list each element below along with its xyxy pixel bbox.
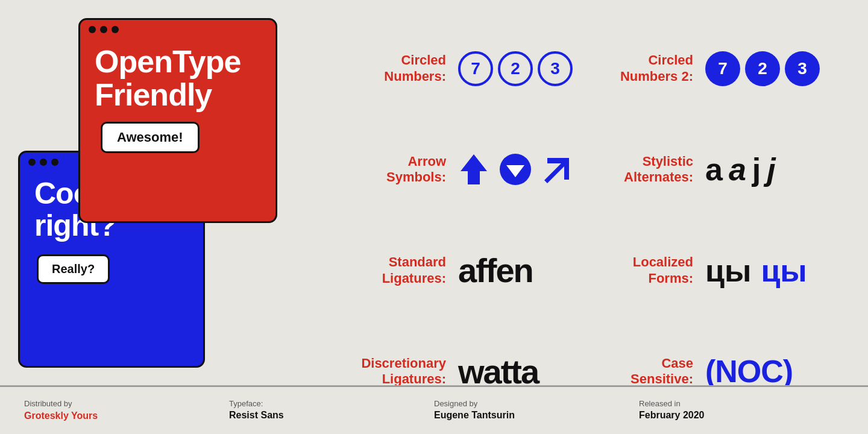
standard-ligatures-label: StandardLigatures: [350,254,446,286]
circled-numbers-label: CircledNumbers: [350,52,446,84]
dot-3 [112,26,119,33]
localized-alt: цы [761,253,807,289]
discretionary-ligatures-label: DiscretionaryLigatures: [350,356,446,388]
stylistic-alt-values: a a j j [705,151,776,187]
circled-numbers-values: 7 2 3 [458,51,573,86]
feature-stylistic-alternates: StylisticAlternates: a a j j [597,119,844,221]
browser-content-red: OpenTypeFriendly Awesome! [80,39,275,163]
dot-b1 [28,159,36,166]
arrow-diagonal-icon [541,153,574,186]
arrow-up-icon [458,152,489,187]
stylistic-alternates-label: StylisticAlternates: [597,154,693,186]
alt-a-styled: a [729,151,746,187]
awesome-button[interactable]: Awesome! [101,122,200,153]
typeface-value: Resist Sans [229,409,284,422]
designed-by-label: Designed by [434,399,477,409]
circled-7: 7 [458,51,493,86]
red-window-title: OpenTypeFriendly [95,45,241,111]
browser-window-red: OpenTypeFriendly Awesome! [78,18,277,223]
typeface-label: Typeface: [229,399,263,409]
alt-a-normal: a [705,151,723,187]
distributed-by-value: Groteskly Yours [24,409,98,423]
arrow-symbols-values [458,152,574,187]
designed-by-value: Eugene Tantsurin [434,409,515,422]
footer-designed-by: Designed by Eugene Tantsurin [434,399,639,422]
circled-filled-7: 7 [705,51,740,86]
released-in-value: February 2020 [639,409,705,422]
feature-circled-numbers-2: CircledNumbers 2: 7 2 3 [597,18,844,119]
feature-circled-numbers: CircledNumbers: 7 2 3 [350,18,597,119]
titlebar-red [80,20,275,39]
left-panel: OpenTypeFriendly Awesome! Cool,right? Re… [18,18,313,392]
distributed-by-label: Distributed by [24,398,72,409]
feature-arrow-symbols: ArrowSymbols: [350,119,597,221]
arrow-down-circle-icon [498,152,533,187]
circled-filled-2: 2 [745,51,780,86]
dot-1 [89,26,96,33]
circled-3: 3 [538,51,573,86]
dot-2 [100,26,107,33]
circled-numbers-2-label: CircledNumbers 2: [597,52,693,84]
standard-ligatures-value: affen [458,254,533,288]
circled-filled-3: 3 [785,51,820,86]
circled-numbers-2-values: 7 2 3 [705,51,820,86]
feature-localized-forms: LocalizedForms: цы цы [597,220,844,321]
alt-j-normal: j [752,151,761,187]
footer-typeface: Typeface: Resist Sans [229,399,434,422]
footer-released-in: Released in February 2020 [639,399,844,422]
dot-b2 [40,159,47,166]
main-container: OpenTypeFriendly Awesome! Cool,right? Re… [0,0,868,434]
case-sensitive-label: CaseSensitive: [597,356,693,388]
circled-2: 2 [498,51,533,86]
right-panel: CircledNumbers: 7 2 3 CircledNumbers 2: … [313,0,868,434]
localized-forms-values: цы цы [705,253,807,289]
alt-j-styled: j [767,151,775,187]
svg-marker-0 [461,154,487,184]
released-in-label: Released in [639,399,681,409]
arrow-symbols-label: ArrowSymbols: [350,154,446,186]
case-sensitive-value: (NOC) [705,353,793,389]
svg-marker-3 [544,158,569,183]
localized-forms-label: LocalizedForms: [597,254,693,286]
footer: Distributed by Groteskly Yours Typeface:… [0,386,868,434]
localized-normal: цы [705,253,751,289]
dot-b3 [51,159,58,166]
footer-distributed: Distributed by Groteskly Yours [24,398,229,423]
feature-standard-ligatures: StandardLigatures: affen [350,220,597,321]
really-button[interactable]: Really? [37,254,110,284]
